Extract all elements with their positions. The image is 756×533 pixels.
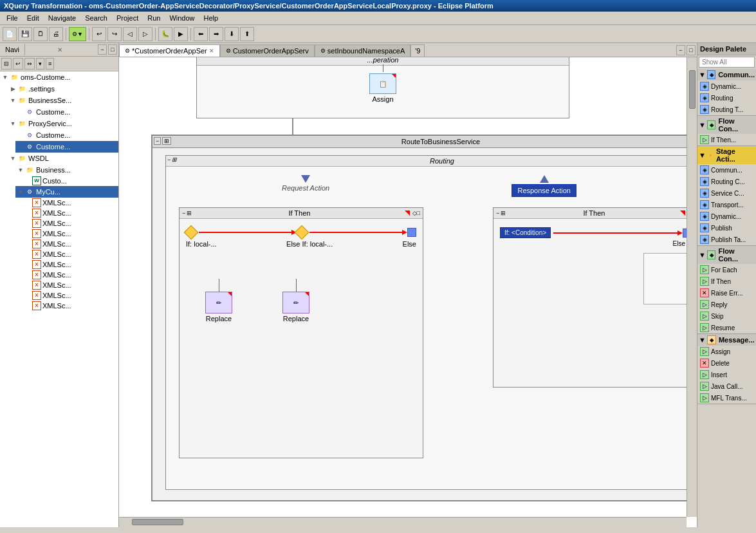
expand-xml3[interactable] — [24, 220, 32, 227]
expand-wsdl[interactable]: ▼ — [9, 154, 17, 162]
ifthen-left-minimize[interactable]: − — [182, 210, 185, 216]
expand-business[interactable]: ▼ — [17, 166, 24, 174]
editor-tab-1-close[interactable]: ✕ — [209, 48, 214, 54]
palette-item-publish[interactable]: ◈ Publish — [697, 222, 756, 234]
expand-xml5[interactable] — [24, 240, 32, 248]
expand-custome3[interactable] — [17, 143, 24, 151]
condition-diamond-1[interactable] — [184, 225, 199, 240]
expand-custome1[interactable] — [17, 108, 24, 116]
tree-item-xml9[interactable]: X XMLSc... — [23, 280, 118, 290]
toolbar-nav4[interactable]: ⬆ — [240, 27, 254, 41]
expand-xml4[interactable] — [24, 230, 32, 238]
toolbar-save-all[interactable]: 🗒 — [33, 27, 48, 41]
expand-project[interactable]: ▼ — [1, 73, 9, 81]
expand-xml11[interactable] — [24, 302, 32, 310]
nav-link-editor[interactable]: ⇔ — [24, 58, 35, 70]
tree-item-xml3[interactable]: X XMLSc... — [23, 218, 118, 229]
palette-item-delete[interactable]: ✕ Delete — [697, 357, 756, 369]
toolbar-nav3[interactable]: ⬇ — [225, 27, 239, 41]
nav-filter[interactable]: ▾ — [36, 58, 44, 70]
route-minimize[interactable]: − — [154, 137, 161, 145]
palette-item-routing-c[interactable]: ◈ Routing C... — [697, 176, 756, 187]
nav-menu[interactable]: ≡ — [46, 58, 54, 70]
tree-item-xml5[interactable]: X XMLSc... — [23, 239, 118, 249]
tree-item-xml8[interactable]: X XMLSc... — [23, 270, 118, 280]
toolbar-nav1[interactable]: ⬅ — [194, 27, 208, 41]
tree-item-xml1[interactable]: X XMLSc... — [23, 198, 118, 208]
expand-xml7[interactable] — [24, 261, 32, 268]
tree-item-project[interactable]: ▼ 📁 oms-Custome... — [0, 71, 118, 83]
palette-section-flowcon1-header[interactable]: ▼ ◈ Flow Con... — [697, 116, 756, 134]
nav-maximize[interactable]: □ — [108, 44, 117, 55]
palette-section-stage-header[interactable]: ▼ 🔸 Stage Acti... — [697, 146, 756, 164]
toolbar-undo[interactable]: ↩ — [92, 27, 106, 41]
palette-section-commun1-header[interactable]: ▼ ◈ Commun... — [697, 69, 756, 80]
replace-right-icon[interactable]: ✏ — [282, 292, 309, 313]
route-icon[interactable]: ⊞ — [162, 137, 171, 145]
toolbar-print[interactable]: 🖨 — [49, 27, 63, 41]
menu-search[interactable]: Search — [81, 13, 111, 23]
palette-item-assign[interactable]: ▷ Assign — [697, 346, 756, 357]
expand-businessse[interactable]: ▼ — [9, 97, 17, 104]
ifthen-right-minimize[interactable]: − — [496, 210, 499, 216]
palette-item-mfl-trans[interactable]: ▷ MFL Trans... — [697, 392, 756, 404]
top-assign-icon[interactable]: 📋 — [369, 73, 396, 94]
palette-item-routing1[interactable]: ◈ Routing — [697, 92, 756, 104]
palette-item-skip[interactable]: ▷ Skip — [697, 310, 756, 322]
editor-tab-3[interactable]: ⚙ setInboundNamespaceA — [315, 44, 410, 57]
toolbar-back[interactable]: ◁ — [123, 27, 137, 41]
tree-item-custome1[interactable]: ⚙ Custome... — [15, 106, 118, 118]
routing-minimize-btn[interactable]: − — [167, 156, 171, 163]
condition-square[interactable] — [407, 228, 416, 237]
palette-item-insert[interactable]: ▷ Insert — [697, 369, 756, 380]
palette-item-ifthen2[interactable]: ▷ If Then — [697, 276, 756, 287]
expand-xml9[interactable] — [24, 281, 32, 289]
toolbar-fwd[interactable]: ▷ — [138, 27, 152, 41]
nav-collapse-all[interactable]: ⊟ — [1, 58, 12, 70]
ifthen-left-icon[interactable]: ⊞ — [187, 210, 192, 216]
menu-help[interactable]: Help — [200, 13, 223, 23]
palette-item-resume[interactable]: ▷ Resume — [697, 322, 756, 333]
canvas-scroll-thumb[interactable] — [689, 70, 696, 109]
toolbar-debug[interactable]: 🐛 — [158, 27, 172, 41]
expand-xml6[interactable] — [24, 250, 32, 258]
canvas-hscroll-thumb[interactable] — [132, 519, 183, 525]
tab-overflow[interactable]: '9 — [410, 44, 425, 57]
canvas-scrollbar[interactable] — [687, 57, 697, 517]
tree-item-businessse[interactable]: ▼ 📁 BusinessSe... — [8, 95, 118, 106]
palette-item-routing-t[interactable]: ◈ Routing T... — [697, 104, 756, 115]
toolbar-redo[interactable]: ↪ — [107, 27, 122, 41]
replace-left-icon[interactable]: ✏ — [205, 292, 232, 313]
palette-item-reply[interactable]: ▷ Reply — [697, 299, 756, 310]
nav-minimize[interactable]: − — [98, 44, 107, 55]
menu-navigate[interactable]: Navigate — [44, 13, 80, 23]
tree-item-xml10[interactable]: X XMLSc... — [23, 290, 118, 301]
condition-diamond-2[interactable] — [295, 225, 309, 240]
right-condition-square[interactable] — [683, 229, 687, 238]
menu-edit[interactable]: Edit — [23, 13, 43, 23]
palette-item-foreach[interactable]: ▷ For Each — [697, 264, 756, 276]
expand-custome2[interactable] — [17, 131, 24, 139]
tree-item-xml2[interactable]: X XMLSc... — [23, 208, 118, 218]
menu-window[interactable]: Window — [165, 13, 198, 23]
editor-maximize[interactable]: □ — [687, 45, 696, 55]
menu-run[interactable]: Run — [143, 13, 164, 23]
tree-item-xml7[interactable]: X XMLSc... — [23, 259, 118, 270]
nav-tab-navi[interactable]: Navi — [0, 44, 25, 55]
expand-custo[interactable] — [24, 177, 32, 185]
editor-minimize[interactable]: − — [676, 45, 685, 55]
tree-item-xml6[interactable]: X XMLSc... — [23, 249, 118, 259]
ifthen-left-btn2[interactable]: □ — [417, 210, 420, 216]
tree-item-custome2[interactable]: ⚙ Custome... — [15, 129, 118, 141]
expand-settings[interactable]: ▶ — [9, 85, 17, 93]
palette-item-dynamic1[interactable]: ◈ Dynamic... — [697, 80, 756, 92]
expand-xml8[interactable] — [24, 271, 32, 279]
palette-item-publish-ta[interactable]: ◈ Publish Ta... — [697, 234, 756, 245]
editor-tab-1[interactable]: ⚙ *CustomerOrderAppSer ✕ — [119, 44, 220, 57]
nav-close-btn[interactable]: ✕ — [57, 46, 62, 53]
palette-item-raise-err[interactable]: ✕ Raise Err... — [697, 287, 756, 299]
tree-item-xml11[interactable]: X XMLSc... — [23, 301, 118, 311]
palette-section-message-header[interactable]: ▼ ◈ Message... — [697, 334, 756, 346]
palette-item-dynamic-s[interactable]: ◈ Dynamic... — [697, 210, 756, 222]
expand-xml2[interactable] — [24, 209, 32, 217]
